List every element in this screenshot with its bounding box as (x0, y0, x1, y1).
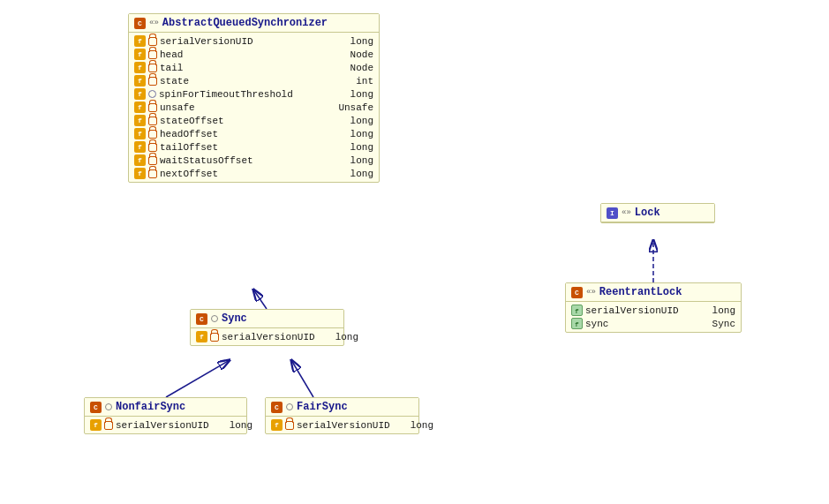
field-icon: f (134, 154, 146, 166)
field-name: head (160, 49, 330, 60)
field-icon-rl2: f (571, 318, 583, 329)
class-badge-nfs: C (90, 402, 102, 413)
field-type: long (333, 89, 373, 100)
table-row: f nextOffset long (129, 167, 379, 180)
field-name: serialVersionUID (297, 420, 390, 431)
lock-box: I «» Lock (600, 203, 715, 223)
lock-icon (148, 117, 157, 125)
field-type: int (338, 76, 373, 87)
class-name-sync: Sync (222, 312, 247, 325)
field-type: Sync (695, 319, 735, 329)
lock-icon (148, 50, 157, 59)
table-row: f serialVersionUID long (191, 330, 343, 343)
field-icon: f (134, 141, 146, 153)
class-name-rl: ReentrantLock (599, 286, 682, 298)
circle-icon-sync (211, 315, 218, 322)
class-name-nfs: NonfairSync (116, 401, 185, 413)
fairsync-header: C FairSync (266, 398, 418, 417)
abstract-queued-synchronizer-header: C «» AbstractQueuedSynchronizer (129, 14, 379, 33)
stereotype-lock: «» (622, 208, 631, 217)
field-type: Node (333, 49, 373, 60)
table-row: f state int (129, 74, 379, 87)
field-type: long (318, 332, 358, 342)
interface-badge-lock: I (607, 207, 618, 219)
field-name: unsafe (160, 102, 318, 113)
table-row: f serialVersionUID long (85, 418, 246, 432)
table-row: f stateOffset long (129, 114, 379, 127)
field-type: long (333, 129, 373, 139)
field-icon: f (134, 49, 146, 60)
field-name: tailOffset (160, 142, 330, 153)
class-badge-fs: C (271, 402, 283, 413)
table-row: f unsafe Unsafe (129, 101, 379, 114)
table-row: f headOffset long (129, 127, 379, 140)
field-icon: f (134, 88, 146, 100)
sync-header: C Sync (191, 310, 343, 328)
lock-icon (148, 37, 157, 46)
fairsync-body: f serialVersionUID long (266, 417, 418, 433)
field-icon: f (271, 419, 283, 431)
lock-header: I «» Lock (601, 204, 714, 222)
table-row: f head Node (129, 48, 379, 61)
stereotype-aqs: «» (149, 19, 159, 27)
lock-icon (148, 64, 157, 72)
class-badge-sync: C (196, 313, 207, 325)
field-type: long (333, 116, 373, 126)
field-type: long (695, 305, 735, 316)
field-name: serialVersionUID (160, 36, 330, 47)
field-icon: f (134, 62, 146, 73)
field-name: tail (160, 63, 330, 73)
field-icon: f (134, 115, 146, 126)
field-name: spinForTimeoutThreshold (159, 89, 330, 100)
field-icon: f (134, 168, 146, 179)
field-icon: f (134, 128, 146, 139)
svg-line-3 (166, 360, 230, 397)
aqs-body: f serialVersionUID long f head Node f ta… (129, 33, 379, 182)
field-icon: f (134, 35, 146, 47)
field-icon: f (196, 331, 207, 342)
class-badge-rl: C (571, 287, 583, 298)
lock-icon (104, 421, 113, 430)
field-icon: f (134, 75, 146, 87)
field-type: long (333, 142, 373, 153)
circle-icon (148, 90, 156, 98)
table-row: f serialVersionUID long (566, 304, 741, 317)
table-row: f spinForTimeoutThreshold long (129, 87, 379, 101)
class-name-lock: Lock (635, 207, 660, 219)
class-name-fs: FairSync (297, 401, 348, 413)
circle-icon-nfs (105, 403, 112, 410)
field-type: long (333, 169, 373, 179)
circle-icon-fs (286, 403, 293, 410)
table-row: f serialVersionUID long (129, 34, 379, 48)
field-name: sync (585, 319, 692, 329)
field-icon: f (90, 419, 102, 431)
lock-icon (148, 169, 157, 178)
reentrantlock-header: C «» ReentrantLock (566, 283, 741, 302)
field-type: Node (333, 63, 373, 73)
field-icon-rl1: f (571, 305, 583, 316)
table-row: f tailOffset long (129, 140, 379, 154)
abstract-queued-synchronizer-box: C «» AbstractQueuedSynchronizer f serial… (128, 13, 380, 183)
stereotype-rl: «» (586, 288, 596, 297)
reentrantlock-body: f serialVersionUID long f sync Sync (566, 302, 741, 332)
field-icon: f (134, 102, 146, 113)
class-name-aqs: AbstractQueuedSynchronizer (162, 17, 328, 29)
field-type: long (333, 155, 373, 166)
nonfairsync-body: f serialVersionUID long (85, 417, 246, 433)
reentrantlock-box: C «» ReentrantLock f serialVersionUID lo… (565, 282, 742, 333)
nonfairsync-box: C NonfairSync f serialVersionUID long (84, 397, 247, 434)
lock-icon (148, 156, 157, 165)
lock-icon (148, 130, 157, 139)
svg-line-2 (253, 290, 267, 309)
diagram-canvas: C «» AbstractQueuedSynchronizer f serial… (0, 0, 829, 504)
nonfairsync-header: C NonfairSync (85, 398, 246, 417)
lock-icon (148, 77, 157, 86)
field-name: serialVersionUID (222, 332, 315, 342)
field-name: waitStatusOffset (160, 155, 330, 166)
table-row: f sync Sync (566, 317, 741, 330)
lock-icon (148, 143, 157, 152)
lock-icon (148, 103, 157, 112)
field-name: stateOffset (160, 116, 330, 126)
field-name: headOffset (160, 129, 330, 139)
class-badge-aqs: C (134, 18, 146, 29)
